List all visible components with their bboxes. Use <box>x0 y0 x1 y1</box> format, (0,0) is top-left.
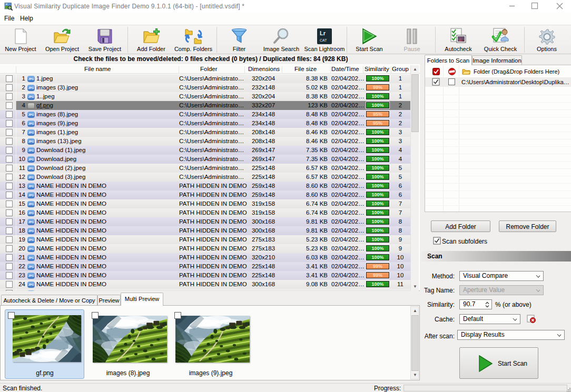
svg-text:Lr: Lr <box>320 30 326 36</box>
svg-text:CAT: CAT <box>320 38 327 42</box>
